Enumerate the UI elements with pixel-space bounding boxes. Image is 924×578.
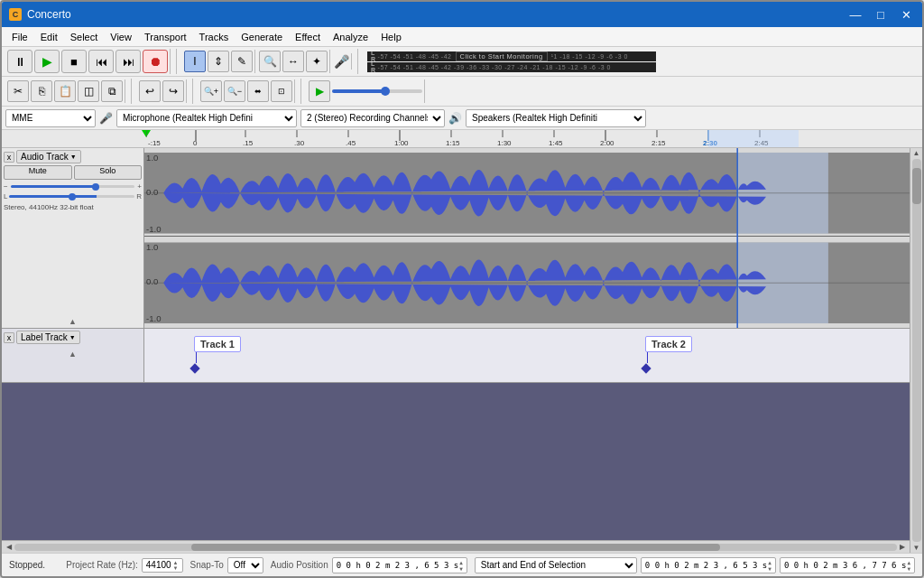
audio-pos-arrows[interactable]: ▲▼ (459, 559, 463, 572)
undo-button[interactable]: ↩ (139, 80, 161, 102)
h-scroll-track[interactable] (14, 544, 897, 551)
record-button[interactable]: ⏺ (143, 50, 168, 73)
mute-button[interactable]: Mute (4, 165, 72, 180)
menu-select[interactable]: Select (64, 31, 105, 43)
sel-end-display[interactable]: 0 0 h 0 2 m 3 6 , 7 7 6 s ▲▼ (780, 557, 915, 573)
speaker-selector[interactable]: Speakers (Realtek High Definiti (466, 109, 646, 127)
vu-meter-top[interactable]: LR -57 -54 -51 -48 -45 -42 Click to Star… (367, 51, 656, 61)
audio-pos-display[interactable]: 0 0 h 0 2 m 2 3 , 6 5 3 s ▲▼ (332, 557, 467, 573)
sel-start-display[interactable]: 0 0 h 0 2 m 2 3 , 6 5 3 s ▲▼ (641, 557, 776, 573)
audio-track-waveform[interactable]: 1.0 0.0 -1.0 1.0 0.0 -1.0 (144, 148, 910, 328)
vol-plus: + (134, 182, 142, 191)
selection-type-selector[interactable]: Start and End of Selection (475, 557, 637, 573)
menu-effect[interactable]: Effect (289, 31, 327, 43)
api-selector[interactable]: MME (5, 109, 96, 127)
envelope-tool-button[interactable]: ⇕ (208, 51, 229, 72)
audio-pos-section: Audio Position 0 0 h 0 2 m 2 3 , 6 5 3 s… (271, 557, 467, 573)
vu-meter-section: LR -57 -54 -51 -48 -45 -42 Click to Star… (367, 51, 656, 72)
label-track-name-button[interactable]: Label Track (16, 331, 80, 344)
monitoring-button[interactable]: Click to Start Monitoring (456, 51, 548, 61)
ruler-svg: -:15 0 .15 .30 .45 1:00 (146, 130, 922, 148)
v-scroll-track[interactable] (912, 159, 921, 542)
draw-tool-button[interactable]: ✎ (231, 51, 253, 72)
snap-to-selector[interactable]: Off (227, 557, 263, 573)
paste-button[interactable]: 📋 (54, 80, 76, 102)
snap-to-section: Snap-To Off (190, 557, 263, 573)
pan-r-label: R (136, 192, 142, 200)
pan-area: L R (4, 192, 142, 200)
h-scroll-thumb[interactable] (191, 544, 721, 551)
redo-button[interactable]: ↪ (162, 80, 184, 102)
skip-back-button[interactable]: ⏮ (88, 50, 114, 73)
label-1-line (196, 352, 197, 363)
minimize-button[interactable]: — (846, 8, 864, 22)
sel-end-value: 0 0 h 0 2 m 3 6 , 7 7 6 s (784, 561, 906, 570)
v-scroll-thumb[interactable] (912, 168, 921, 204)
svg-text:1.0: 1.0 (146, 244, 158, 253)
project-rate-arrows[interactable]: ▲▼ (173, 560, 179, 571)
menu-generate[interactable]: Generate (235, 31, 289, 43)
zoom-in-tool-button[interactable]: 🔍 (259, 51, 281, 72)
timeline-ruler[interactable]: -:15 0 .15 .30 .45 1:00 (2, 130, 922, 148)
label-track-waveform[interactable]: Track 1 Track 2 (144, 329, 910, 382)
label-track-controls: x Label Track ▲ (2, 329, 144, 382)
menu-view[interactable]: View (104, 31, 138, 43)
label-track-close-button[interactable]: x (4, 332, 14, 343)
menu-file[interactable]: File (5, 31, 34, 43)
svg-text:1:45: 1:45 (549, 139, 563, 147)
menu-analyze[interactable]: Analyze (327, 31, 374, 43)
project-rate-section: Project Rate (Hz): 44100 ▲▼ (66, 558, 182, 573)
mic-selector[interactable]: Microphone (Realtek High Defini (116, 109, 297, 127)
play-button[interactable]: ▶ (34, 50, 60, 73)
tracks-and-scroll: x Audio Track Mute Solo − + (2, 148, 922, 553)
h-scrollbar: ◀ ▶ (2, 540, 910, 553)
menu-help[interactable]: Help (374, 31, 408, 43)
multi-tool-button[interactable]: ✦ (306, 51, 328, 72)
zoom-selection-button[interactable]: ⊡ (271, 80, 292, 102)
select-tool-button[interactable]: I (184, 51, 206, 72)
label-1-diamond (189, 363, 199, 373)
project-rate-label: Project Rate (Hz): (66, 560, 137, 570)
silence-button[interactable]: ⧉ (101, 80, 123, 102)
track-name-button[interactable]: Audio Track (16, 150, 81, 163)
pan-slider[interactable] (9, 195, 134, 198)
skip-forward-button[interactable]: ⏭ (116, 50, 141, 73)
trim-button[interactable]: ◫ (78, 80, 99, 102)
v-scroll-up[interactable]: ▲ (913, 149, 920, 157)
zoom-in-button[interactable]: 🔍+ (200, 80, 222, 102)
vu-meter-bottom[interactable]: LR -57 -54 -51 -48 -45 -42 -39 -36 -33 -… (367, 62, 656, 72)
pause-button[interactable]: ⏸ (7, 50, 32, 73)
copy-button[interactable]: ⎘ (31, 80, 52, 102)
project-rate-box[interactable]: 44100 ▲▼ (142, 558, 183, 573)
channels-selector[interactable]: 2 (Stereo) Recording Channels (300, 109, 445, 127)
h-scroll-right[interactable]: ▶ (897, 543, 908, 551)
cut-button[interactable]: ✂ (7, 80, 29, 102)
svg-text:-1.0: -1.0 (146, 225, 161, 234)
track-close-button[interactable]: x (4, 152, 14, 163)
app-icon: C (9, 8, 22, 21)
sel-start-arrows[interactable]: ▲▼ (768, 559, 772, 572)
close-button[interactable]: ✕ (897, 8, 915, 22)
time-shift-tool-button[interactable]: ↔ (282, 51, 304, 72)
menu-transport[interactable]: Transport (138, 31, 193, 43)
zoom-out-button[interactable]: 🔍− (224, 80, 245, 102)
maximize-button[interactable]: □ (872, 8, 890, 22)
label-track-collapse-button[interactable]: ▲ (4, 350, 142, 359)
label-track: x Label Track ▲ Track 1 (2, 329, 910, 383)
play-at-speed-button[interactable]: ▶ (309, 80, 330, 102)
svg-text:1:00: 1:00 (394, 139, 409, 147)
menu-tracks[interactable]: Tracks (193, 31, 236, 43)
volume-slider[interactable] (11, 185, 134, 188)
menu-edit[interactable]: Edit (34, 31, 64, 43)
track-collapse-button[interactable]: ▲ (4, 317, 142, 326)
stop-button[interactable]: ■ (61, 50, 87, 73)
sel-end-arrows[interactable]: ▲▼ (907, 559, 910, 572)
vu-top-ticks: -57 -54 -51 -48 -45 -42 (378, 53, 452, 60)
h-scroll-left[interactable]: ◀ (4, 543, 14, 551)
playspeed-slider[interactable] (332, 89, 422, 93)
solo-button[interactable]: Solo (74, 165, 143, 180)
audio-pos-value: 0 0 h 0 2 m 2 3 , 6 5 3 s (337, 561, 458, 570)
mic-icon: 🎤 (334, 54, 349, 69)
v-scroll-down[interactable]: ▼ (913, 544, 920, 552)
fit-project-button[interactable]: ⬌ (247, 80, 269, 102)
